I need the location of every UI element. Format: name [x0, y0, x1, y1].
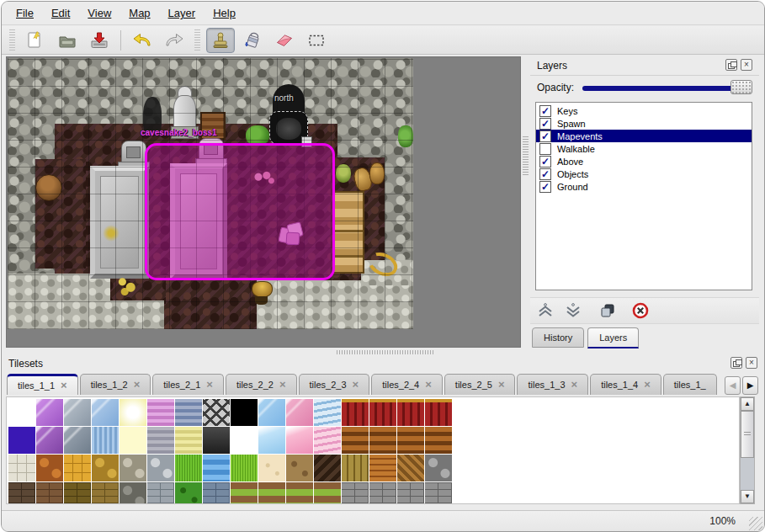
scroll-down-button[interactable]: ▼	[741, 490, 754, 503]
map-canvas[interactable]: cavesnake2_boss1 north	[6, 56, 521, 348]
palette-tile[interactable]	[314, 427, 341, 454]
toolbar-grip[interactable]	[9, 29, 15, 51]
stamp-tool-button[interactable]	[206, 28, 235, 53]
palette-tile[interactable]	[342, 399, 369, 426]
tile-palette[interactable]	[6, 396, 740, 504]
palette-tile[interactable]	[203, 482, 230, 504]
tab-close-icon[interactable]: ×	[353, 380, 359, 389]
tab-close-icon[interactable]: ×	[206, 380, 213, 389]
palette-tile[interactable]	[258, 455, 285, 481]
tab-close-icon[interactable]: ×	[571, 380, 578, 389]
close-panel-button[interactable]: ×	[746, 357, 757, 369]
palette-tile[interactable]	[397, 482, 424, 504]
vertical-splitter[interactable]	[522, 56, 530, 348]
palette-tile[interactable]	[258, 427, 285, 454]
tab-close-icon[interactable]: ×	[279, 380, 286, 389]
palette-tile[interactable]	[286, 427, 313, 454]
layer-row-above[interactable]: ✓Above	[536, 155, 752, 168]
palette-tile[interactable]	[92, 482, 119, 504]
palette-tile[interactable]	[369, 399, 396, 426]
palette-tile[interactable]	[64, 482, 91, 504]
palette-tile[interactable]	[147, 482, 174, 504]
undo-button[interactable]	[128, 28, 157, 53]
gold-pile[interactable]	[115, 275, 139, 297]
palette-tile[interactable]	[397, 427, 424, 454]
gold-horn[interactable]	[368, 250, 393, 274]
palette-tile[interactable]	[397, 455, 424, 481]
tileset-tab-tiles_2_4[interactable]: tiles_2_4×	[371, 374, 443, 395]
palette-tile[interactable]	[231, 399, 258, 426]
brazier[interactable]	[250, 279, 273, 306]
map-selection-region[interactable]	[145, 143, 335, 280]
palette-tile[interactable]	[397, 399, 424, 426]
rect-select-tool-button[interactable]	[302, 28, 331, 53]
opacity-slider-handle[interactable]	[730, 80, 752, 94]
open-button[interactable]	[53, 28, 82, 53]
palette-tile[interactable]	[314, 399, 341, 426]
palette-tile[interactable]	[36, 482, 63, 504]
tab-close-icon[interactable]: ×	[425, 380, 432, 389]
palette-tile[interactable]	[36, 427, 63, 454]
tileset-tab-tiles_2_5[interactable]: tiles_2_5×	[444, 374, 516, 395]
layer-row-objects[interactable]: ✓Objects	[536, 168, 752, 180]
tab-close-icon[interactable]: ×	[134, 380, 141, 389]
menu-view[interactable]: View	[85, 5, 114, 21]
layer-row-mapevents[interactable]: ✓Mapevents	[536, 130, 752, 142]
palette-tile[interactable]	[36, 399, 63, 426]
fill-tool-button[interactable]	[238, 28, 267, 53]
palette-tile[interactable]	[286, 455, 313, 481]
tall-crate[interactable]	[332, 191, 364, 274]
scrollbar-thumb[interactable]	[741, 411, 754, 458]
palette-tile[interactable]	[8, 427, 35, 454]
palette-tile[interactable]	[286, 399, 313, 426]
palette-tile[interactable]	[120, 482, 146, 504]
tileset-tab-tiles_1_2[interactable]: tiles_1_2×	[80, 374, 151, 395]
palette-tile[interactable]	[258, 482, 285, 504]
palette-tile[interactable]	[64, 455, 91, 481]
palette-tile[interactable]	[64, 399, 91, 426]
layer-checkbox[interactable]: ✓	[539, 181, 551, 193]
palette-tile[interactable]	[175, 482, 202, 504]
redo-button[interactable]	[160, 28, 189, 53]
amphora[interactable]	[353, 162, 385, 191]
palette-tile[interactable]	[231, 482, 258, 504]
palette-tile[interactable]	[147, 455, 174, 481]
palette-tile[interactable]	[342, 455, 369, 481]
palette-tile[interactable]	[425, 399, 452, 426]
tab-scroll-left-button[interactable]: ◀	[725, 376, 741, 395]
palette-tile[interactable]	[8, 455, 35, 481]
duplicate-layer-button[interactable]	[598, 301, 618, 321]
palette-tile[interactable]	[425, 455, 452, 481]
layer-checkbox[interactable]: ✓	[539, 118, 551, 130]
tileset-tab-tiles_1_[interactable]: tiles_1_	[663, 374, 717, 395]
menu-help[interactable]: Help	[210, 5, 238, 21]
raise-layer-button[interactable]	[535, 301, 555, 321]
palette-tile[interactable]	[203, 399, 230, 426]
palette-tile[interactable]	[147, 399, 174, 426]
bush[interactable]	[398, 125, 413, 147]
palette-tile[interactable]	[8, 482, 35, 504]
palette-tile[interactable]	[369, 455, 396, 481]
palette-tile[interactable]	[120, 399, 146, 426]
tileset-tab-tiles_1_1[interactable]: tiles_1_1×	[7, 374, 78, 395]
panel-tab-history[interactable]: History	[532, 327, 584, 348]
palette-tile[interactable]	[203, 455, 230, 481]
palette-tile[interactable]	[314, 455, 341, 481]
palette-tile[interactable]	[286, 482, 313, 504]
layer-row-keys[interactable]: ✓Keys	[536, 104, 752, 117]
layer-list[interactable]: ✓Keys✓Spawn✓MapeventsWalkable✓Above✓Obje…	[535, 102, 752, 290]
splitter-grip[interactable]	[523, 136, 529, 177]
scroll-up-button[interactable]: ▲	[741, 397, 754, 411]
tileset-tab-tiles_1_4[interactable]: tiles_1_4×	[590, 374, 661, 395]
tileset-tab-tiles_1_3[interactable]: tiles_1_3×	[517, 374, 588, 395]
palette-tile[interactable]	[36, 455, 63, 481]
palette-tile[interactable]	[120, 427, 146, 454]
menu-file[interactable]: File	[13, 5, 36, 21]
palette-tile[interactable]	[258, 399, 285, 426]
horizontal-splitter[interactable]	[2, 348, 764, 354]
save-button[interactable]	[85, 28, 114, 53]
tileset-tab-tiles_2_1[interactable]: tiles_2_1×	[152, 374, 224, 395]
palette-scrollbar[interactable]: ▲ ▼	[740, 396, 755, 504]
panel-tab-layers[interactable]: Layers	[587, 327, 639, 348]
eraser-tool-button[interactable]	[270, 28, 299, 53]
